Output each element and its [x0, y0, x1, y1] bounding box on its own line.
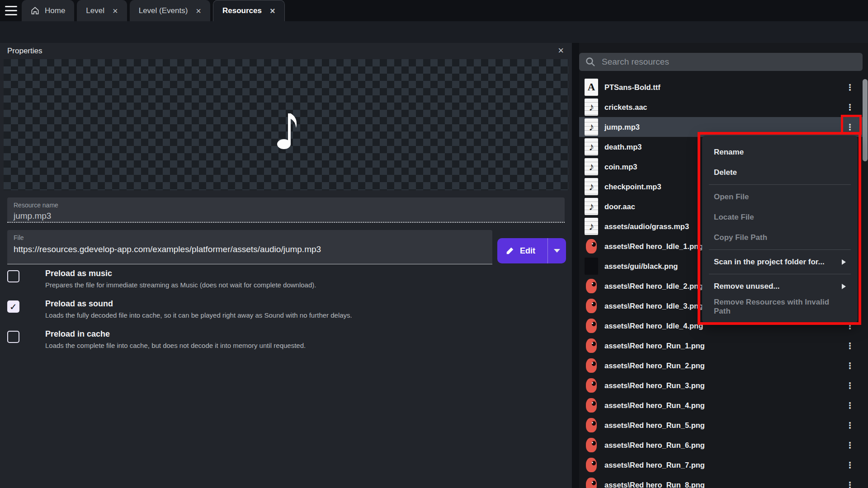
- list-item[interactable]: ♪crickets.aac⋮: [579, 97, 863, 117]
- check-icon: ✓: [9, 301, 17, 312]
- menu-item-remove-unused[interactable]: Remove unused...: [702, 276, 858, 296]
- menu-item-remove-invalid-path: Remove Resources with Invalid Path: [702, 296, 858, 317]
- hamburger-menu-icon[interactable]: [5, 6, 17, 15]
- search-input[interactable]: [579, 53, 863, 71]
- sprite-thumbnail-icon: [586, 378, 597, 393]
- checkbox-description: Prepares the file for immediate streamin…: [45, 281, 505, 289]
- list-item[interactable]: assets\Red hero_Run_8.png⋮: [579, 475, 863, 488]
- submenu-arrow-icon: [842, 284, 846, 289]
- audio-file-icon: ♪: [585, 99, 598, 116]
- sprite-thumbnail-icon: [586, 338, 597, 353]
- list-item[interactable]: assets\Red hero_Run_5.png⋮: [579, 415, 863, 435]
- scrollbar-thumb[interactable]: [863, 79, 868, 161]
- preload-in-cache-checkbox[interactable]: [7, 331, 19, 343]
- resource-name-field[interactable]: Resource name jump.mp3: [7, 197, 565, 223]
- sprite-thumbnail-icon: [586, 438, 597, 452]
- checkbox-description: Loads the fully decoded file into cache,…: [45, 311, 505, 319]
- kebab-menu-icon[interactable]: ⋮: [845, 341, 854, 351]
- properties-panel: Properties × Resource name jump.mp3 File…: [0, 43, 572, 488]
- list-item[interactable]: assets\Red hero_Run_1.png⋮: [579, 336, 863, 356]
- menu-item-scan-project-folder[interactable]: Scan in the project folder for...: [702, 252, 858, 272]
- list-item[interactable]: assets\Red hero_Run_4.png⋮: [579, 395, 863, 415]
- close-icon[interactable]: ×: [196, 6, 201, 15]
- close-icon[interactable]: ×: [113, 6, 118, 15]
- tab-label: Home: [45, 6, 65, 15]
- list-item[interactable]: APTSans-Bold.ttf⋮: [579, 77, 863, 97]
- sprite-thumbnail-icon: [586, 398, 597, 413]
- home-icon: [31, 6, 39, 15]
- font-file-icon: A: [585, 79, 598, 96]
- menu-item-rename[interactable]: Rename: [702, 142, 858, 162]
- edit-button[interactable]: Edit: [497, 238, 566, 263]
- submenu-arrow-icon: [842, 259, 846, 265]
- tab-home[interactable]: Home: [22, 0, 74, 21]
- kebab-menu-icon[interactable]: ⋮: [845, 480, 854, 488]
- preload-as-music-checkbox[interactable]: [7, 270, 19, 282]
- menu-item-delete[interactable]: Delete: [702, 162, 858, 183]
- sprite-thumbnail-icon: [586, 458, 597, 472]
- preload-as-music-row: Preload as music Prepares the file for i…: [7, 269, 505, 289]
- edit-label: Edit: [520, 246, 535, 256]
- audio-file-icon: ♪: [585, 198, 598, 215]
- sprite-thumbnail-icon: [586, 358, 597, 373]
- audio-file-icon: ♪: [585, 118, 598, 136]
- kebab-menu-icon[interactable]: ⋮: [845, 82, 854, 93]
- tab-strip: Home Level × Level (Events) × Resources …: [0, 0, 868, 21]
- checkbox-title: Preload as music: [45, 269, 505, 278]
- list-item-selected[interactable]: ♪jump.mp3⋮: [579, 117, 863, 137]
- checkbox-description: Loads the complete file into cache, but …: [45, 342, 505, 349]
- menu-divider: [709, 184, 851, 185]
- main-toolbar: Preview Publish: [0, 21, 868, 43]
- tab-label: Level (Events): [139, 6, 188, 15]
- menu-item-locate-file: Locate File: [702, 207, 858, 227]
- panel-title: Properties: [7, 47, 42, 56]
- sprite-thumbnail-icon: [586, 299, 597, 313]
- kebab-menu-icon[interactable]: ⋮: [845, 102, 854, 113]
- list-item[interactable]: assets\Red hero_Run_2.png⋮: [579, 356, 863, 375]
- close-icon[interactable]: ×: [558, 45, 564, 56]
- menu-divider: [709, 274, 851, 274]
- list-item[interactable]: assets\Red hero_Run_6.png⋮: [579, 435, 863, 455]
- kebab-menu-icon[interactable]: ⋮: [845, 361, 854, 371]
- properties-header: Properties ×: [0, 43, 572, 59]
- menu-item-copy-file-path: Copy File Path: [702, 227, 858, 248]
- kebab-menu-icon[interactable]: ⋮: [845, 420, 854, 431]
- audio-file-icon: ♪: [585, 138, 598, 155]
- field-label: File: [14, 234, 486, 241]
- tab-resources[interactable]: Resources ×: [213, 0, 285, 21]
- image-thumbnail-icon: [585, 258, 598, 275]
- chevron-down-icon: [554, 249, 560, 253]
- sprite-thumbnail-icon: [586, 478, 597, 488]
- file-field[interactable]: File https://resources.gdevelop-app.com/…: [7, 230, 492, 264]
- checkbox-title: Preload in cache: [45, 329, 505, 339]
- menu-item-open-file: Open File: [702, 187, 858, 207]
- audio-file-icon: ♪: [585, 218, 598, 235]
- field-label: Resource name: [14, 202, 558, 209]
- list-item[interactable]: assets\Red hero_Run_3.png⋮: [579, 375, 863, 395]
- resource-context-menu: Rename Delete Open File Locate File Copy…: [702, 136, 858, 323]
- sprite-thumbnail-icon: [586, 279, 597, 293]
- kebab-menu-icon[interactable]: ⋮: [845, 380, 854, 391]
- music-note-icon: [275, 108, 305, 150]
- tab-bar: Home Level × Level (Events) × Resources …: [22, 0, 285, 21]
- edit-dropdown-button[interactable]: [548, 249, 566, 253]
- kebab-menu-icon[interactable]: ⋮: [845, 400, 854, 411]
- sprite-thumbnail-icon: [586, 418, 597, 432]
- tab-label: Resources: [222, 6, 262, 15]
- tab-label: Level: [86, 6, 104, 15]
- kebab-menu-icon[interactable]: ⋮: [845, 122, 854, 132]
- preload-in-cache-row: Preload in cache Loads the complete file…: [7, 329, 505, 349]
- kebab-menu-icon[interactable]: ⋮: [845, 460, 854, 470]
- preload-as-sound-checkbox[interactable]: ✓: [7, 300, 19, 313]
- close-icon[interactable]: ×: [270, 6, 275, 15]
- tab-level-events[interactable]: Level (Events) ×: [130, 0, 210, 21]
- resource-name-value: jump.mp3: [14, 211, 558, 221]
- file-url-value: https://resources.gdevelop-app.com/examp…: [14, 244, 486, 254]
- sprite-thumbnail-icon: [586, 319, 597, 333]
- list-item[interactable]: assets\Red hero_Run_7.png⋮: [579, 455, 863, 475]
- audio-file-icon: ♪: [585, 178, 598, 195]
- tab-level[interactable]: Level ×: [77, 0, 127, 21]
- menu-divider: [709, 249, 851, 250]
- kebab-menu-icon[interactable]: ⋮: [845, 440, 854, 450]
- resource-preview-area: [4, 59, 568, 190]
